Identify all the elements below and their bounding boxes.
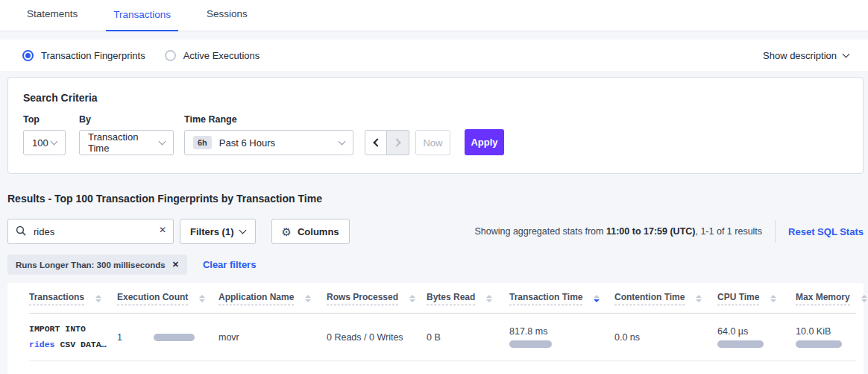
results-controls: ✕ Filters (1) ⚙ Columns Showing aggregat… (7, 219, 864, 244)
reset-sql-stats-link[interactable]: Reset SQL Stats (788, 226, 864, 237)
stats-suffix: , 1-1 of 1 results (695, 226, 762, 237)
search-input[interactable] (7, 219, 174, 244)
col-rows-processed: Rows Processed (327, 283, 427, 314)
sort-icon[interactable] (696, 295, 702, 302)
max-memory-value: 10.0 KiB (796, 326, 847, 337)
table-row: IMPORT INTO rides CSV DATA… 1 movr 0 Rea… (29, 314, 856, 361)
time-range-value: Past 6 Hours (219, 137, 275, 149)
show-description-label: Show description (763, 50, 837, 61)
table-header-row: Transactions Execution Count Application… (29, 283, 856, 314)
sort-icon[interactable] (770, 295, 776, 302)
by-select[interactable]: Transaction Time (79, 130, 174, 155)
rows-processed-value: 0 Reads / 0 Writes (327, 332, 403, 343)
clear-filters-link[interactable]: Clear filters (203, 259, 257, 270)
page-tabs: Statements Transactions Sessions (0, 0, 868, 31)
sort-icon[interactable] (199, 295, 205, 302)
radio-label: Active Executions (183, 50, 260, 61)
cell-execution-count: 1 (117, 314, 218, 361)
cpu-time-bar (717, 340, 764, 348)
bytes-read-value: 0 B (427, 332, 441, 343)
transactions-table: Transactions Execution Count Application… (29, 283, 856, 361)
contention-time-value: 0.0 ns (614, 332, 640, 343)
radio-unselected-icon[interactable] (165, 50, 176, 61)
transaction-time-bar (509, 340, 552, 348)
cell-rows-processed: 0 Reads / 0 Writes (327, 314, 427, 361)
top-select[interactable]: 100 (23, 130, 66, 155)
transaction-statement-link[interactable]: IMPORT INTO rides CSV DATA… (29, 322, 108, 352)
sort-desc-icon[interactable] (594, 295, 600, 302)
sort-icon[interactable] (486, 295, 492, 302)
execution-count-value: 1 (117, 332, 122, 343)
chevron-down-icon (239, 227, 246, 234)
col-application-name: Application Name (218, 283, 327, 314)
cell-max-memory: 10.0 KiB (796, 314, 856, 361)
statement-line1: IMPORT INTO (29, 324, 86, 334)
vertical-divider (775, 220, 776, 243)
time-prev-button[interactable] (365, 130, 387, 155)
col-max-memory: Max Memory (796, 283, 856, 314)
chevron-right-icon (392, 138, 400, 146)
tab-statements[interactable]: Statements (19, 8, 85, 31)
col-execution-count: Execution Count (117, 283, 218, 314)
time-range-label: Time Range (184, 114, 353, 125)
stats-prefix: Showing aggregated stats from (474, 226, 606, 237)
chevron-down-icon (51, 138, 58, 146)
by-select-value: Transaction Time (88, 131, 160, 154)
results-table-card: Transactions Execution Count Application… (7, 283, 864, 374)
col-contention-time: Contention Time (614, 283, 717, 314)
transaction-time-value: 817.8 ms (509, 326, 606, 337)
cell-application-name: movr (218, 314, 327, 361)
statement-line2: CSV DATA… (55, 340, 107, 349)
tab-sessions[interactable]: Sessions (199, 8, 255, 31)
results-heading: Results - Top 100 Transaction Fingerprin… (7, 193, 868, 205)
by-label: By (79, 114, 184, 125)
search-criteria-title: Search Criteria (23, 92, 848, 104)
application-name-value: movr (218, 332, 239, 343)
col-cpu-time: CPU Time (717, 283, 796, 314)
col-transactions: Transactions (29, 283, 117, 314)
columns-button[interactable]: ⚙ Columns (271, 219, 350, 244)
cell-transaction-time: 817.8 ms (509, 314, 614, 361)
time-range-select[interactable]: 6h Past 6 Hours (184, 130, 353, 155)
radio-label: Transaction Fingerprints (41, 50, 145, 61)
show-description-toggle[interactable]: Show description (763, 50, 849, 61)
cell-contention-time: 0.0 ns (614, 314, 717, 361)
columns-button-label: Columns (298, 226, 339, 237)
sort-icon[interactable] (409, 295, 415, 302)
filter-chip-label: Runs Longer Than: 300 milliseconds (16, 261, 166, 269)
remove-filter-icon[interactable]: ✕ (172, 260, 179, 269)
view-toggle-bar: Transaction Fingerprints Active Executio… (0, 40, 868, 71)
top-label: Top (23, 114, 79, 125)
time-range-badge: 6h (193, 136, 212, 149)
radio-active-executions[interactable]: Active Executions (165, 50, 260, 61)
col-bytes-read: Bytes Read (427, 283, 509, 314)
active-filters-row: Runs Longer Than: 300 milliseconds ✕ Cle… (7, 255, 868, 275)
cell-bytes-read: 0 B (427, 314, 509, 361)
chevron-left-icon (373, 138, 381, 146)
filters-button[interactable]: Filters (1) (180, 219, 256, 244)
search-criteria-card: Search Criteria Top 100 By Transaction T… (7, 77, 864, 174)
sort-icon[interactable] (861, 295, 867, 302)
apply-button[interactable]: Apply (465, 129, 504, 155)
tab-transactions[interactable]: Transactions (106, 9, 178, 31)
chevron-down-icon (843, 51, 850, 58)
search-match-highlight: rides (29, 340, 55, 349)
radio-selected-icon[interactable] (22, 50, 34, 61)
now-button[interactable]: Now (415, 130, 450, 155)
sort-icon[interactable] (95, 295, 101, 302)
stats-range: 11:00 to 17:59 (UTC) (606, 226, 695, 237)
sort-icon[interactable] (305, 295, 311, 302)
max-memory-bar (796, 340, 842, 348)
chevron-down-icon (339, 138, 346, 146)
clear-search-icon[interactable]: ✕ (159, 225, 166, 235)
search-icon (16, 225, 27, 237)
top-select-value: 100 (32, 137, 48, 149)
filter-chip[interactable]: Runs Longer Than: 300 milliseconds ✕ (7, 255, 187, 275)
cpu-time-value: 64.0 µs (717, 326, 787, 337)
time-next-button[interactable] (387, 130, 409, 155)
cell-transaction-fingerprint[interactable]: IMPORT INTO rides CSV DATA… (29, 314, 117, 361)
radio-transaction-fingerprints[interactable]: Transaction Fingerprints (22, 50, 145, 61)
cell-cpu-time: 64.0 µs (717, 314, 796, 361)
filters-button-label: Filters (1) (190, 226, 234, 237)
col-transaction-time: Transaction Time (509, 283, 614, 314)
